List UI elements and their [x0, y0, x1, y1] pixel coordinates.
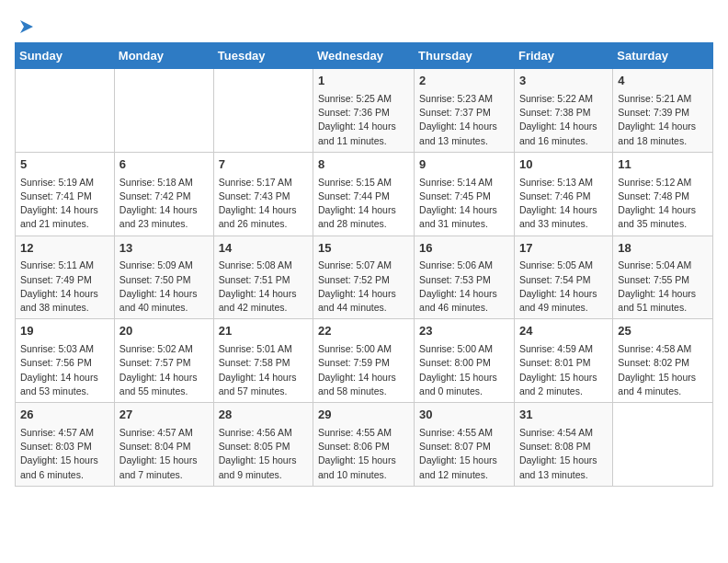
day-number: 11: [618, 156, 708, 174]
day-info: Sunrise: 5:07 AMSunset: 7:52 PMDaylight:…: [318, 259, 409, 315]
day-number: 10: [519, 156, 608, 174]
calendar-day-cell: 2Sunrise: 5:23 AMSunset: 7:37 PMDaylight…: [415, 69, 515, 153]
day-info: Sunrise: 5:22 AMSunset: 7:38 PMDaylight:…: [519, 92, 608, 148]
calendar-day-cell: 5Sunrise: 5:19 AMSunset: 7:41 PMDaylight…: [16, 152, 115, 236]
day-number: 20: [119, 323, 209, 340]
day-of-week-header: Thursday: [415, 43, 515, 69]
calendar-day-cell: 15Sunrise: 5:07 AMSunset: 7:52 PMDayligh…: [313, 236, 415, 319]
day-number: 26: [20, 407, 109, 424]
day-number: 23: [419, 323, 509, 340]
day-number: 27: [119, 407, 209, 424]
calendar-week-row: 5Sunrise: 5:19 AMSunset: 7:41 PMDaylight…: [16, 152, 713, 236]
calendar-day-cell: 12Sunrise: 5:11 AMSunset: 7:49 PMDayligh…: [16, 236, 115, 319]
day-info: Sunrise: 5:00 AMSunset: 7:59 PMDaylight:…: [318, 342, 409, 398]
day-number: 30: [419, 407, 509, 424]
calendar-day-cell: 27Sunrise: 4:57 AMSunset: 8:04 PMDayligh…: [114, 403, 213, 487]
day-info: Sunrise: 4:57 AMSunset: 8:04 PMDaylight:…: [119, 426, 209, 482]
logo: [15, 15, 37, 33]
calendar-day-cell: 14Sunrise: 5:08 AMSunset: 7:51 PMDayligh…: [213, 236, 313, 319]
day-info: Sunrise: 5:25 AMSunset: 7:36 PMDaylight:…: [318, 92, 409, 148]
day-info: Sunrise: 5:02 AMSunset: 7:57 PMDaylight:…: [119, 342, 209, 398]
calendar-day-cell: 19Sunrise: 5:03 AMSunset: 7:56 PMDayligh…: [16, 319, 115, 403]
calendar-day-cell: [213, 69, 313, 153]
day-of-week-header: Tuesday: [213, 43, 313, 69]
calendar-day-cell: 8Sunrise: 5:15 AMSunset: 7:44 PMDaylight…: [313, 152, 415, 236]
day-number: 7: [219, 156, 308, 174]
day-number: 8: [318, 156, 409, 174]
day-info: Sunrise: 4:55 AMSunset: 8:07 PMDaylight:…: [419, 426, 509, 482]
logo-arrow-icon: [17, 17, 37, 37]
calendar-day-cell: 28Sunrise: 4:56 AMSunset: 8:05 PMDayligh…: [213, 403, 313, 487]
day-info: Sunrise: 5:15 AMSunset: 7:44 PMDaylight:…: [318, 176, 409, 232]
day-info: Sunrise: 5:19 AMSunset: 7:41 PMDaylight:…: [20, 176, 109, 232]
calendar-week-row: 19Sunrise: 5:03 AMSunset: 7:56 PMDayligh…: [16, 319, 713, 403]
day-info: Sunrise: 5:05 AMSunset: 7:54 PMDaylight:…: [519, 259, 608, 315]
day-info: Sunrise: 4:56 AMSunset: 8:05 PMDaylight:…: [219, 426, 308, 482]
day-of-week-header: Sunday: [16, 43, 115, 69]
calendar-day-cell: 29Sunrise: 4:55 AMSunset: 8:06 PMDayligh…: [313, 403, 415, 487]
day-number: 25: [618, 323, 708, 340]
calendar-day-cell: 25Sunrise: 4:58 AMSunset: 8:02 PMDayligh…: [613, 319, 713, 403]
calendar-day-cell: 7Sunrise: 5:17 AMSunset: 7:43 PMDaylight…: [213, 152, 313, 236]
day-number: 29: [318, 407, 409, 424]
day-number: 24: [519, 323, 608, 340]
day-info: Sunrise: 5:09 AMSunset: 7:50 PMDaylight:…: [119, 259, 209, 315]
day-number: 28: [219, 407, 308, 424]
day-info: Sunrise: 5:08 AMSunset: 7:51 PMDaylight:…: [219, 259, 308, 315]
calendar-day-cell: 17Sunrise: 5:05 AMSunset: 7:54 PMDayligh…: [514, 236, 612, 319]
day-of-week-header: Wednesday: [313, 43, 415, 69]
calendar-day-cell: 11Sunrise: 5:12 AMSunset: 7:48 PMDayligh…: [613, 152, 713, 236]
day-number: 1: [318, 73, 409, 90]
day-number: 16: [419, 240, 509, 258]
day-info: Sunrise: 4:55 AMSunset: 8:06 PMDaylight:…: [318, 426, 409, 482]
day-info: Sunrise: 5:04 AMSunset: 7:55 PMDaylight:…: [618, 259, 708, 315]
day-number: 15: [318, 240, 409, 258]
day-number: 14: [219, 240, 308, 258]
day-number: 22: [318, 323, 409, 340]
day-info: Sunrise: 5:03 AMSunset: 7:56 PMDaylight:…: [20, 342, 109, 398]
calendar-day-cell: 20Sunrise: 5:02 AMSunset: 7:57 PMDayligh…: [114, 319, 213, 403]
day-number: 4: [618, 73, 708, 90]
calendar-day-cell: 4Sunrise: 5:21 AMSunset: 7:39 PMDaylight…: [613, 69, 713, 153]
calendar-week-row: 26Sunrise: 4:57 AMSunset: 8:03 PMDayligh…: [16, 403, 713, 487]
day-info: Sunrise: 5:01 AMSunset: 7:58 PMDaylight:…: [219, 342, 308, 398]
day-number: 19: [20, 323, 109, 340]
calendar-week-row: 12Sunrise: 5:11 AMSunset: 7:49 PMDayligh…: [16, 236, 713, 319]
day-number: 31: [519, 407, 608, 424]
day-of-week-header: Saturday: [613, 43, 713, 69]
day-info: Sunrise: 5:23 AMSunset: 7:37 PMDaylight:…: [419, 92, 509, 148]
day-info: Sunrise: 4:58 AMSunset: 8:02 PMDaylight:…: [618, 342, 708, 398]
day-info: Sunrise: 5:13 AMSunset: 7:46 PMDaylight:…: [519, 176, 608, 232]
day-info: Sunrise: 5:21 AMSunset: 7:39 PMDaylight:…: [618, 92, 708, 148]
svg-marker-0: [20, 20, 33, 33]
day-number: 3: [519, 73, 608, 90]
calendar-day-cell: 16Sunrise: 5:06 AMSunset: 7:53 PMDayligh…: [415, 236, 515, 319]
day-info: Sunrise: 5:06 AMSunset: 7:53 PMDaylight:…: [419, 259, 509, 315]
page-header: [15, 15, 713, 33]
calendar-day-cell: [613, 403, 713, 487]
day-of-week-header: Monday: [114, 43, 213, 69]
day-number: 21: [219, 323, 308, 340]
day-info: Sunrise: 5:00 AMSunset: 8:00 PMDaylight:…: [419, 342, 509, 398]
calendar-day-cell: 1Sunrise: 5:25 AMSunset: 7:36 PMDaylight…: [313, 69, 415, 153]
day-number: 6: [119, 156, 209, 174]
calendar-day-cell: 10Sunrise: 5:13 AMSunset: 7:46 PMDayligh…: [514, 152, 612, 236]
calendar-day-cell: 22Sunrise: 5:00 AMSunset: 7:59 PMDayligh…: [313, 319, 415, 403]
day-info: Sunrise: 5:17 AMSunset: 7:43 PMDaylight:…: [219, 176, 308, 232]
day-number: 13: [119, 240, 209, 258]
day-number: 2: [419, 73, 509, 90]
day-info: Sunrise: 5:12 AMSunset: 7:48 PMDaylight:…: [618, 176, 708, 232]
calendar-day-cell: [114, 69, 213, 153]
calendar-day-cell: 13Sunrise: 5:09 AMSunset: 7:50 PMDayligh…: [114, 236, 213, 319]
day-number: 17: [519, 240, 608, 258]
calendar-day-cell: 23Sunrise: 5:00 AMSunset: 8:00 PMDayligh…: [415, 319, 515, 403]
day-info: Sunrise: 4:57 AMSunset: 8:03 PMDaylight:…: [20, 426, 109, 482]
day-number: 18: [618, 240, 708, 258]
day-info: Sunrise: 5:18 AMSunset: 7:42 PMDaylight:…: [119, 176, 209, 232]
calendar-day-cell: 26Sunrise: 4:57 AMSunset: 8:03 PMDayligh…: [16, 403, 115, 487]
calendar-day-cell: 9Sunrise: 5:14 AMSunset: 7:45 PMDaylight…: [415, 152, 515, 236]
day-info: Sunrise: 4:54 AMSunset: 8:08 PMDaylight:…: [519, 426, 608, 482]
day-number: 5: [20, 156, 109, 174]
calendar-day-cell: 30Sunrise: 4:55 AMSunset: 8:07 PMDayligh…: [415, 403, 515, 487]
day-info: Sunrise: 5:11 AMSunset: 7:49 PMDaylight:…: [20, 259, 109, 315]
